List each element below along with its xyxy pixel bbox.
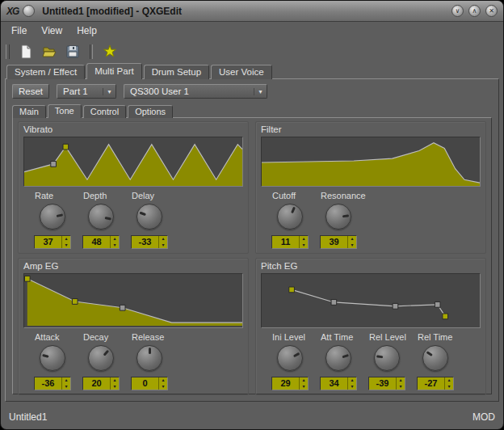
spinbox-resonance[interactable]: 39▴▾ bbox=[320, 235, 357, 249]
amp-eg-panel: Amp EG Attack-36▴▾Decay20▴▾Release0▴▾ bbox=[18, 258, 249, 395]
open-file-button[interactable] bbox=[40, 43, 58, 61]
spin-down-icon[interactable]: ▾ bbox=[111, 242, 119, 249]
spinbox-att-time[interactable]: 34▴▾ bbox=[320, 377, 357, 390]
voice-combobox-value: QS300 User 1 bbox=[124, 86, 254, 96]
new-file-button[interactable] bbox=[17, 43, 35, 61]
spin-down-icon[interactable]: ▾ bbox=[159, 384, 167, 390]
spinbox-rel-time[interactable]: -27▴▾ bbox=[417, 377, 454, 390]
knob-rel-level[interactable] bbox=[374, 345, 400, 371]
spin-down-icon[interactable]: ▾ bbox=[300, 384, 308, 390]
knob-decay[interactable] bbox=[88, 345, 114, 371]
spinbox-rel-level[interactable]: -39▴▾ bbox=[368, 377, 405, 390]
knob-rel-time[interactable] bbox=[422, 345, 448, 371]
spinbox-cutoff[interactable]: 11▴▾ bbox=[271, 235, 309, 249]
toolbar-separator bbox=[90, 44, 93, 59]
spin-value: 34 bbox=[321, 377, 347, 390]
knob-indicator bbox=[274, 342, 307, 375]
spin-down-icon[interactable]: ▾ bbox=[348, 384, 356, 390]
knob-group-ini-level: Ini Level29▴▾ bbox=[269, 332, 311, 390]
maximize-button[interactable]: ∧ bbox=[468, 5, 481, 17]
spin-up-icon[interactable]: ▴ bbox=[348, 236, 356, 242]
spinbox-decay[interactable]: 20▴▾ bbox=[82, 377, 120, 390]
spin-value: 0 bbox=[132, 377, 158, 390]
part-combobox[interactable]: Part 1 ▾ bbox=[57, 84, 116, 99]
knob-rate[interactable] bbox=[40, 204, 65, 230]
pitch-eg-panel: Pitch EG Ini Level29▴▾Att Time34▴▾Rel Le… bbox=[255, 258, 486, 395]
subtab-options[interactable]: Options bbox=[128, 105, 173, 118]
spin-up-icon[interactable]: ▴ bbox=[159, 377, 167, 384]
pitch-eg-knobs: Ini Level29▴▾Att Time34▴▾Rel Level-39▴▾R… bbox=[259, 328, 482, 393]
spin-value: 48 bbox=[83, 236, 110, 248]
spinbox-ini-level[interactable]: 29▴▾ bbox=[271, 377, 309, 390]
spin-down-icon[interactable]: ▾ bbox=[62, 242, 70, 249]
spin-up-icon[interactable]: ▴ bbox=[111, 377, 119, 384]
tab-system-effect[interactable]: System / Effect bbox=[6, 65, 85, 79]
spin-up-icon[interactable]: ▴ bbox=[445, 377, 453, 384]
knob-release[interactable] bbox=[136, 345, 162, 371]
toolbar bbox=[1, 40, 503, 63]
spin-arrows: ▴▾ bbox=[110, 236, 119, 248]
spin-down-icon[interactable]: ▾ bbox=[397, 384, 405, 390]
knob-label: Depth bbox=[80, 191, 107, 202]
knob-group-release: Release0▴▾ bbox=[128, 332, 170, 390]
spin-down-icon[interactable]: ▾ bbox=[62, 384, 70, 390]
menu-file[interactable]: File bbox=[4, 23, 34, 38]
spin-up-icon[interactable]: ▴ bbox=[300, 377, 308, 384]
spin-up-icon[interactable]: ▴ bbox=[397, 377, 405, 384]
spin-down-icon[interactable]: ▾ bbox=[300, 242, 308, 249]
vibrato-graph[interactable] bbox=[23, 137, 243, 187]
spin-arrows: ▴▾ bbox=[299, 236, 308, 248]
panel-title: Amp EG bbox=[23, 261, 245, 271]
window-menu-icon[interactable] bbox=[23, 5, 35, 17]
subtab-control[interactable]: Control bbox=[83, 105, 126, 118]
panel-title: Vibrato bbox=[23, 124, 245, 134]
voice-combobox[interactable]: QS300 User 1 ▾ bbox=[124, 84, 267, 99]
spin-down-icon[interactable]: ▾ bbox=[111, 384, 119, 390]
menu-help[interactable]: Help bbox=[69, 23, 104, 38]
subtab-tone[interactable]: Tone bbox=[48, 104, 82, 118]
spin-up-icon[interactable]: ▴ bbox=[348, 377, 356, 384]
knob-cutoff[interactable] bbox=[277, 204, 303, 230]
spinbox-attack[interactable]: -36▴▾ bbox=[34, 377, 71, 390]
subtab-main[interactable]: Main bbox=[12, 105, 46, 118]
toolbar-handle[interactable] bbox=[6, 44, 10, 59]
spinbox-depth[interactable]: 48▴▾ bbox=[82, 235, 120, 249]
spin-up-icon[interactable]: ▴ bbox=[159, 236, 167, 242]
spin-up-icon[interactable]: ▴ bbox=[300, 236, 308, 242]
knob-resonance[interactable] bbox=[326, 204, 351, 230]
knob-delay[interactable] bbox=[136, 204, 162, 230]
spinbox-rate[interactable]: 37▴▾ bbox=[34, 235, 71, 249]
knob-indicator bbox=[373, 344, 401, 372]
tab-drum-setup[interactable]: Drum Setup bbox=[144, 65, 209, 79]
menu-view[interactable]: View bbox=[34, 23, 69, 38]
close-button[interactable]: ✕ bbox=[485, 5, 498, 17]
knob-group-depth: Depth48▴▾ bbox=[80, 191, 122, 249]
spin-up-icon[interactable]: ▴ bbox=[111, 236, 119, 242]
open-file-icon bbox=[42, 44, 57, 59]
randomize-button[interactable] bbox=[101, 43, 119, 61]
amp-eg-knobs: Attack-36▴▾Decay20▴▾Release0▴▾ bbox=[22, 328, 245, 393]
minimize-button[interactable]: ∨ bbox=[452, 5, 464, 17]
knob-depth[interactable] bbox=[88, 204, 114, 230]
tab-user-voice[interactable]: User Voice bbox=[211, 65, 272, 79]
spinbox-release[interactable]: 0▴▾ bbox=[131, 377, 168, 390]
spin-down-icon[interactable]: ▾ bbox=[159, 242, 167, 249]
spin-up-icon[interactable]: ▴ bbox=[62, 377, 70, 384]
knob-indicator bbox=[418, 341, 452, 375]
filter-graph[interactable] bbox=[261, 137, 481, 187]
knob-attack[interactable] bbox=[40, 345, 65, 371]
reset-button[interactable]: Reset bbox=[12, 84, 49, 99]
chevron-down-icon: ▾ bbox=[254, 88, 267, 95]
save-file-button[interactable] bbox=[64, 43, 82, 61]
spin-down-icon[interactable]: ▾ bbox=[348, 242, 356, 249]
pitch-eg-graph[interactable] bbox=[261, 273, 481, 328]
amp-eg-graph[interactable] bbox=[23, 273, 243, 328]
knob-label: Att Time bbox=[317, 332, 353, 344]
spin-up-icon[interactable]: ▴ bbox=[62, 236, 70, 242]
spinbox-delay[interactable]: -33▴▾ bbox=[131, 235, 168, 249]
knob-ini-level[interactable] bbox=[277, 345, 303, 371]
tab-multi-part[interactable]: Multi Part bbox=[86, 63, 142, 79]
knob-label: Release bbox=[128, 332, 164, 344]
knob-att-time[interactable] bbox=[326, 345, 351, 371]
spin-down-icon[interactable]: ▾ bbox=[445, 384, 453, 390]
